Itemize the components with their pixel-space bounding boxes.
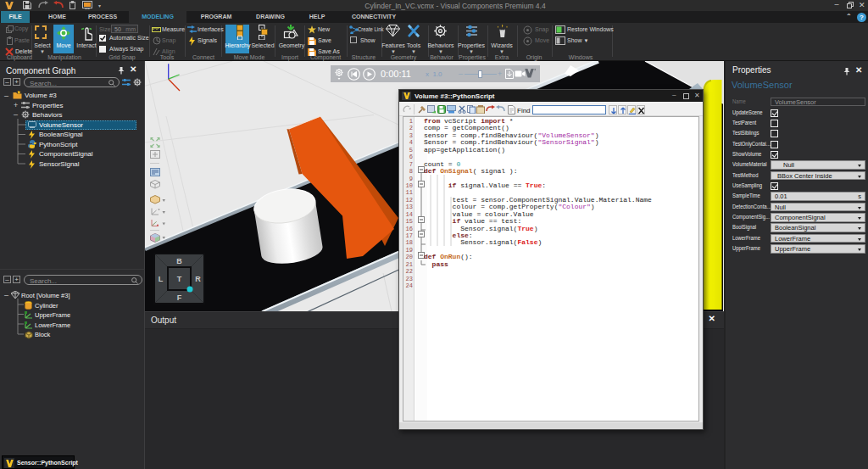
svg-text:T: T [177, 275, 182, 283]
svg-text:L: L [159, 275, 164, 283]
svg-text:B: B [176, 257, 182, 265]
svg-text:R: R [195, 275, 201, 283]
svg-text:F: F [177, 293, 182, 302]
